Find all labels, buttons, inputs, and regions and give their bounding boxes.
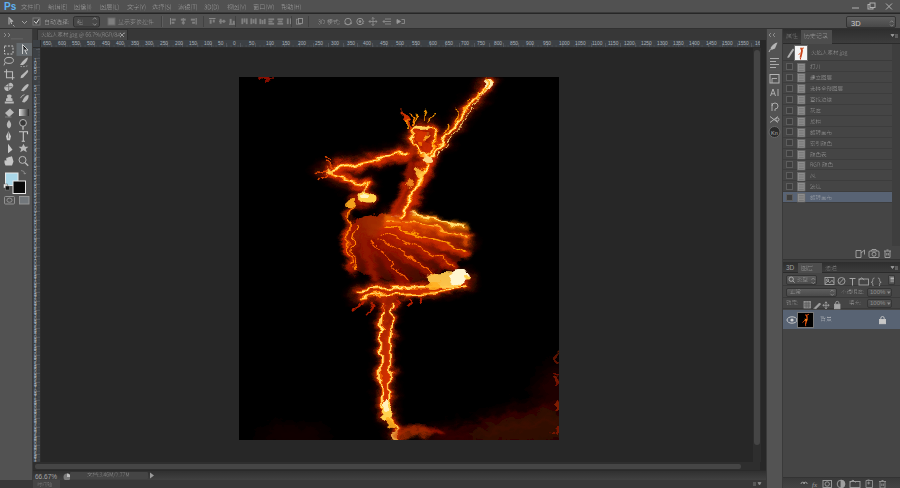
svg-text:fx: fx <box>812 481 818 488</box>
svg-text:Kn: Kn <box>771 130 778 136</box>
